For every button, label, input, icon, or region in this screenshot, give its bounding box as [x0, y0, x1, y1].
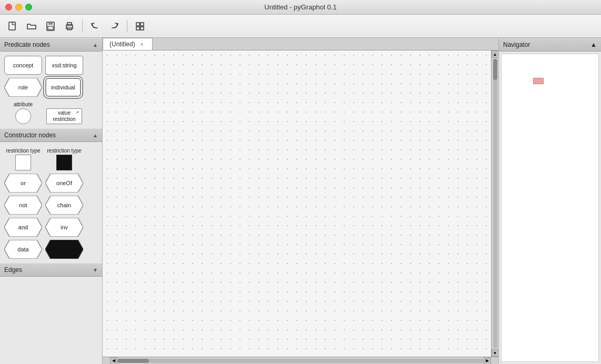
attribute-node-label: attribute: [14, 102, 33, 107]
svg-marker-19: [45, 218, 83, 237]
value-restriction-node-button[interactable]: valuerestriction ↗: [45, 100, 83, 124]
main-area: Predicate nodes ▲ concept xsd:string r: [0, 38, 601, 364]
svg-marker-17: [45, 196, 83, 215]
restriction-type-white-button[interactable]: restriction type: [4, 146, 42, 170]
canvas-scroll-down-button[interactable]: ▼: [492, 349, 499, 357]
canvas-scroll-right-button[interactable]: ▶: [484, 357, 491, 365]
attribute-circle-icon: [15, 108, 31, 124]
save-document-button[interactable]: [42, 18, 59, 35]
xsd-string-node-label: xsd:string: [52, 62, 76, 68]
inv-node-button[interactable]: inv: [45, 218, 83, 237]
constructor-nodes-collapse-icon: ▲: [93, 133, 98, 138]
svg-marker-21: [45, 240, 83, 259]
value-restriction-node-label: valuerestriction: [53, 110, 75, 123]
svg-marker-15: [45, 174, 83, 193]
svg-rect-9: [136, 23, 139, 26]
edges-header[interactable]: Edges ▼: [0, 263, 102, 277]
concept-node-label: concept: [13, 62, 34, 68]
value-restriction-box-icon: valuerestriction ↗: [46, 108, 82, 124]
new-document-button[interactable]: [4, 18, 21, 35]
canvas-horizontal-scrollbar[interactable]: ◀ ▶: [103, 357, 498, 364]
print-icon: [64, 21, 75, 32]
data-black-hexagon-icon: [45, 240, 83, 259]
canvas-area: (Untitled) × ▲ ▼ ◀ ▶: [103, 38, 498, 364]
oneof-node-button[interactable]: oneOf: [45, 174, 83, 193]
canvas-wrapper[interactable]: ▲ ▼: [103, 50, 498, 357]
save-icon: [45, 21, 56, 32]
canvas-vertical-scrollbar[interactable]: ▲ ▼: [491, 50, 498, 357]
not-hexagon-icon: [4, 196, 42, 215]
restriction-black-square-icon: [56, 155, 72, 170]
canvas-vscroll-thumb[interactable]: [493, 59, 497, 80]
canvas-tab-untitled[interactable]: (Untitled) ×: [103, 38, 153, 50]
titlebar: Untitled - pyGraphol 0.1: [0, 0, 601, 15]
predicate-nodes-header[interactable]: Predicate nodes ▲: [0, 38, 102, 52]
grid-icon: [135, 21, 145, 32]
svg-marker-18: [4, 218, 42, 237]
undo-icon: [90, 21, 101, 32]
canvas-scroll-left-button[interactable]: ◀: [110, 357, 117, 365]
concept-node-button[interactable]: concept: [4, 56, 42, 75]
edges-label: Edges: [4, 266, 22, 274]
canvas-tab-close-button[interactable]: ×: [138, 41, 146, 48]
navigator-content[interactable]: [501, 54, 599, 362]
and-node-button[interactable]: and: [4, 218, 42, 237]
svg-marker-14: [4, 174, 42, 193]
open-document-button[interactable]: [23, 18, 40, 35]
predicate-nodes-content: concept xsd:string role individual: [0, 52, 102, 128]
individual-node-label: individual: [51, 84, 75, 90]
maximize-window-button[interactable]: [25, 4, 32, 11]
canvas-grid[interactable]: [103, 50, 498, 357]
canvas-vscroll-track: [493, 59, 497, 348]
toolbar: [0, 15, 601, 38]
left-panel: Predicate nodes ▲ concept xsd:string r: [0, 38, 103, 364]
edges-collapse-icon: ▼: [93, 267, 98, 273]
value-restriction-arrow-icon: ↗: [75, 110, 79, 115]
navigator-node: [533, 78, 544, 84]
data-black-node-button[interactable]: [45, 240, 83, 259]
role-node-label: role: [18, 84, 28, 90]
chain-node-button[interactable]: chain: [45, 196, 83, 215]
canvas-tab-title: (Untitled): [109, 41, 135, 48]
restriction-white-square-icon: [15, 155, 31, 170]
predicate-nodes-section: Predicate nodes ▲ concept xsd:string r: [0, 38, 102, 128]
or-node-button[interactable]: or: [4, 174, 42, 193]
and-hexagon-icon: [4, 218, 42, 237]
canvas-hscroll-thumb[interactable]: [117, 359, 149, 363]
restriction-type-black-label: restriction type: [47, 148, 81, 154]
window-title: Untitled - pyGraphol 0.1: [264, 3, 336, 11]
not-node-button[interactable]: not: [4, 196, 42, 215]
data-node-button[interactable]: data: [4, 240, 42, 259]
svg-rect-1: [12, 22, 15, 25]
navigator-label: Navigator: [503, 41, 530, 48]
xsd-string-node-button[interactable]: xsd:string: [45, 56, 83, 75]
svg-marker-20: [4, 240, 42, 259]
predicate-nodes-label: Predicate nodes: [4, 41, 50, 48]
open-folder-icon: [26, 21, 37, 32]
redo-button[interactable]: [106, 18, 123, 35]
navigator-header[interactable]: Navigator ▲: [499, 38, 601, 52]
navigator-collapse-icon: ▲: [590, 41, 597, 48]
new-document-icon: [7, 21, 18, 32]
right-panel: Navigator ▲: [498, 38, 601, 364]
svg-rect-4: [48, 22, 53, 25]
svg-marker-16: [4, 196, 42, 215]
svg-rect-12: [141, 27, 144, 30]
constructor-nodes-label: Constructor nodes: [4, 132, 56, 139]
close-window-button[interactable]: [5, 4, 12, 11]
minimize-window-button[interactable]: [15, 4, 22, 11]
attribute-node-button[interactable]: attribute: [4, 100, 42, 124]
print-document-button[interactable]: [61, 18, 78, 35]
toolbar-separator-2: [127, 20, 127, 33]
window-controls: [5, 4, 32, 11]
constructor-nodes-section: Constructor nodes ▲ restriction type res…: [0, 128, 102, 263]
canvas-scroll-up-button[interactable]: ▲: [492, 50, 499, 58]
restriction-type-black-button[interactable]: restriction type: [45, 146, 83, 170]
constructor-nodes-content: restriction type restriction type or: [0, 142, 102, 263]
role-node-button[interactable]: role: [4, 78, 42, 97]
individual-node-button[interactable]: individual: [45, 78, 81, 97]
or-hexagon-icon: [4, 174, 42, 193]
grid-toggle-button[interactable]: [132, 18, 148, 35]
undo-button[interactable]: [87, 18, 104, 35]
constructor-nodes-header[interactable]: Constructor nodes ▲: [0, 128, 102, 142]
